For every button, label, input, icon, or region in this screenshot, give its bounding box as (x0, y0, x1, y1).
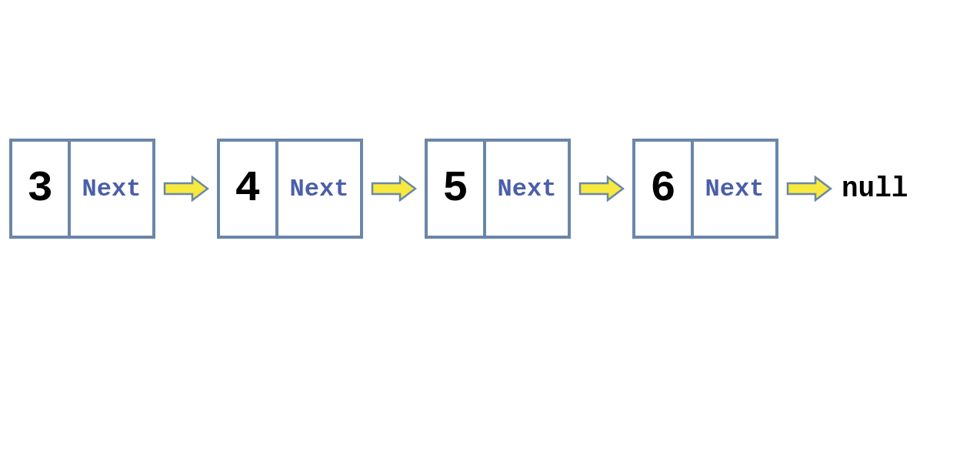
arrow-right-icon (163, 176, 209, 202)
arrow-right-icon (786, 176, 832, 202)
node-next-cell: Next (71, 139, 155, 239)
node-value-cell: 6 (632, 139, 694, 239)
node-value-cell: 5 (425, 139, 486, 239)
node-value-cell: 4 (217, 139, 278, 239)
arrow-right-icon (578, 176, 625, 202)
list-node: 3 Next (9, 139, 155, 239)
node-next-label: Next (498, 175, 557, 203)
node-next-cell: Next (694, 139, 778, 239)
linked-list-diagram: 3 Next 4 Next 5 Next (9, 139, 908, 239)
list-node: 4 Next (217, 139, 363, 239)
node-value: 6 (650, 164, 676, 213)
node-value-cell: 3 (9, 139, 71, 239)
node-next-cell: Next (278, 139, 363, 239)
node-next-label: Next (705, 175, 765, 203)
node-next-label: Next (290, 175, 349, 203)
list-node: 5 Next (425, 139, 571, 239)
null-terminal: null (842, 173, 908, 205)
node-value: 3 (27, 164, 53, 213)
node-value: 5 (442, 164, 468, 213)
list-node: 6 Next (632, 139, 778, 239)
arrow-right-icon (371, 176, 417, 202)
node-next-label: Next (82, 175, 142, 203)
node-next-cell: Next (486, 139, 571, 239)
node-value: 4 (235, 164, 261, 213)
